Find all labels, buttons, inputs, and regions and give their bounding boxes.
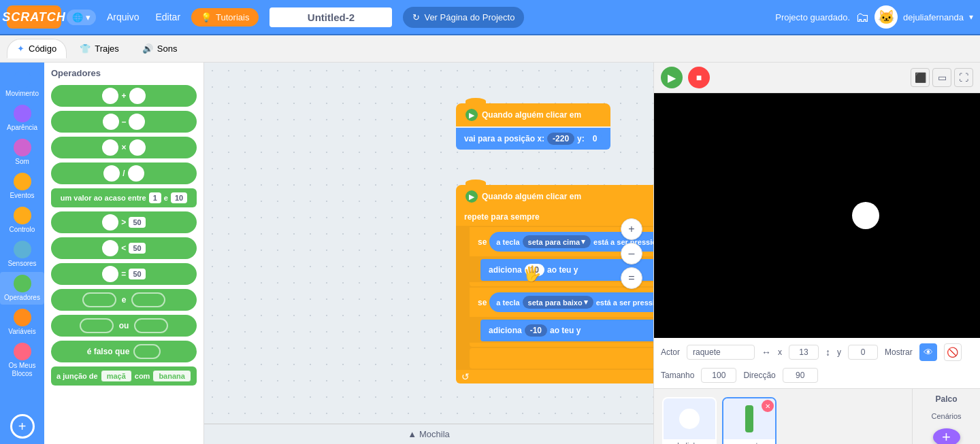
join-block[interactable]: a junção de maçã com banana (51, 366, 197, 386)
tab-sons[interactable]: 🔊 Sons (132, 39, 188, 58)
category-movimento[interactable]: Movimento (0, 68, 44, 101)
zoom-in-button[interactable]: + (621, 218, 642, 240)
green-flag-button[interactable]: ▶ (661, 67, 683, 88)
aparencia-label: Aparência (7, 124, 37, 132)
aparencia-dot (14, 105, 31, 122)
variaveis-dot (14, 309, 31, 326)
add-backdrop-button[interactable]: + (933, 428, 960, 444)
som-label: Som (15, 158, 29, 166)
editar-button[interactable]: Editar (150, 9, 186, 25)
stage-ball (852, 202, 879, 229)
actor-label: Actor (661, 347, 680, 357)
globe-button[interactable]: 🌐 ▾ (67, 10, 96, 25)
tabbar: ✦ Código 👕 Trajes 🔊 Sons (0, 35, 980, 63)
tutorials-icon: 💡 (201, 12, 212, 22)
arquivo-button[interactable]: Arquivo (101, 9, 144, 25)
tab-codigo[interactable]: ✦ Código (7, 39, 67, 58)
bolinha-thumb (664, 398, 715, 439)
som-dot (14, 139, 31, 156)
category-variaveis[interactable]: Variáveis (0, 306, 44, 339)
variaveis-label: Variáveis (8, 328, 35, 336)
category-aparencia[interactable]: Aparência (0, 102, 44, 135)
category-meus-blocos[interactable]: Os Meus Blocos (0, 340, 44, 381)
zoom-out-button[interactable]: – (621, 243, 642, 264)
scratch-logo[interactable]: SCRATCH (7, 5, 61, 29)
stop-button[interactable]: ■ (688, 67, 710, 88)
not-block[interactable]: é falso que (51, 341, 197, 362)
key-dropdown-2[interactable]: seta para baixo ▾ (523, 296, 593, 309)
operators-panel: Operadores + – × / um valor ao acaso ent… (44, 63, 204, 444)
y-label: y (837, 347, 841, 357)
random-block[interactable]: um valor ao acaso entre 1 e 10 (51, 188, 197, 207)
empty-block (470, 348, 653, 369)
operadores-label: Operadores (4, 294, 40, 302)
add-extension-btn[interactable]: + (10, 414, 35, 444)
folder-button[interactable]: 🗂 (855, 10, 869, 25)
hat-block-2[interactable]: ▶ Quando alguém clicar em (456, 185, 653, 208)
gt-block[interactable]: > 50 (51, 211, 197, 233)
globe-icon: 🌐 (72, 12, 83, 22)
if-header-2[interactable]: se a tecla seta para baixo ▾ está a ser … (470, 288, 653, 317)
tab-trajes[interactable]: 👕 Trajes (69, 39, 129, 58)
key-dropdown-1[interactable]: seta para cima ▾ (523, 235, 591, 248)
raquete-delete-button[interactable]: ✕ (762, 400, 774, 412)
condition-2[interactable]: a tecla seta para baixo ▾ está a ser pre… (489, 292, 653, 312)
hat-block-1[interactable]: ▶ Quando alguém clicar em (456, 103, 610, 126)
mul-block[interactable]: × (51, 137, 197, 158)
green-flag-hat-2: ▶ (466, 190, 478, 203)
actor-name-input[interactable] (687, 345, 755, 360)
actor-info: Actor ↔ x ↕ y Mostrar 👁 🚫 Tamanho Direcç… (654, 338, 980, 389)
x-label: x (778, 347, 782, 357)
hide-eye-button[interactable]: 🚫 (944, 343, 962, 361)
green-flag-hat-1: ▶ (466, 109, 478, 121)
direction-input[interactable] (783, 368, 818, 383)
sub-block[interactable]: – (51, 111, 197, 133)
controlo-label: Controlo (10, 226, 35, 234)
layout-small-button[interactable]: ⬛ (911, 68, 930, 87)
eq-block[interactable]: = 50 (51, 263, 197, 285)
meus-blocos-label: Os Meus Blocos (1, 362, 43, 378)
refresh-icon: ↻ (412, 12, 420, 22)
size-input[interactable] (701, 368, 736, 383)
x-input[interactable] (789, 345, 819, 360)
zoom-reset-button[interactable]: = (621, 267, 642, 289)
lt-block[interactable]: < 50 (51, 237, 197, 259)
category-controlo[interactable]: Controlo (0, 204, 44, 237)
sprite-item-bolinha[interactable]: bolinha (662, 397, 717, 444)
mochila-bar[interactable]: ▲ Mochila (204, 424, 653, 444)
add-block[interactable]: + (51, 85, 197, 107)
ver-pagina-button[interactable]: ↻ Ver Página do Projecto (403, 7, 524, 28)
category-eventos[interactable]: Eventos (0, 170, 44, 203)
sons-icon: 🔊 (142, 44, 153, 54)
show-label: Mostrar (885, 347, 913, 357)
zoom-controls: + – = (621, 218, 642, 289)
if-body-2: adiciona -10 ao teu y (470, 317, 653, 343)
stage-layout-buttons: ⬛ ▭ ⛶ (911, 68, 973, 87)
tutorials-button[interactable]: 💡 Tutoriais (191, 8, 259, 27)
div-block[interactable]: / (51, 163, 197, 184)
and-block[interactable]: e (51, 289, 197, 311)
sprites-list: bolinha ✕ raquete (654, 389, 912, 444)
category-sensores[interactable]: Sensores (0, 238, 44, 271)
add-y-block-2[interactable]: adiciona -10 ao teu y (480, 320, 653, 341)
stage-controls: ▶ ■ ⬛ ▭ ⛶ (654, 63, 980, 93)
raquete-shape (745, 405, 753, 432)
layout-fullscreen-button[interactable]: ⛶ (954, 68, 973, 87)
main-layout: Movimento Aparência Som Eventos Controlo… (0, 63, 980, 444)
layout-normal-button[interactable]: ▭ (932, 68, 951, 87)
right-panel: ▶ ■ ⬛ ▭ ⛶ Actor ↔ x ↕ y Mostrar 👁 🚫 Tama (653, 63, 980, 444)
category-operadores[interactable]: Operadores (0, 272, 44, 305)
eventos-dot (14, 173, 31, 190)
sprite-item-raquete[interactable]: ✕ raquete (722, 397, 777, 444)
goto-block[interactable]: vai para a posição x: -220 y: 0 (456, 128, 610, 150)
operadores-dot (14, 275, 31, 292)
canvas-area[interactable]: ▶ Quando alguém clicar em vai para a pos… (204, 63, 653, 444)
y-input[interactable] (848, 345, 878, 360)
username-button[interactable]: dejuliafernanda (903, 12, 964, 22)
project-name[interactable]: Untitled-2 (270, 7, 392, 27)
show-eye-button[interactable]: 👁 (919, 343, 937, 361)
category-som[interactable]: Som (0, 136, 44, 169)
raquete-thumb: ✕ (723, 398, 775, 439)
or-block[interactable]: ou (51, 315, 197, 337)
codigo-icon: ✦ (17, 44, 24, 54)
